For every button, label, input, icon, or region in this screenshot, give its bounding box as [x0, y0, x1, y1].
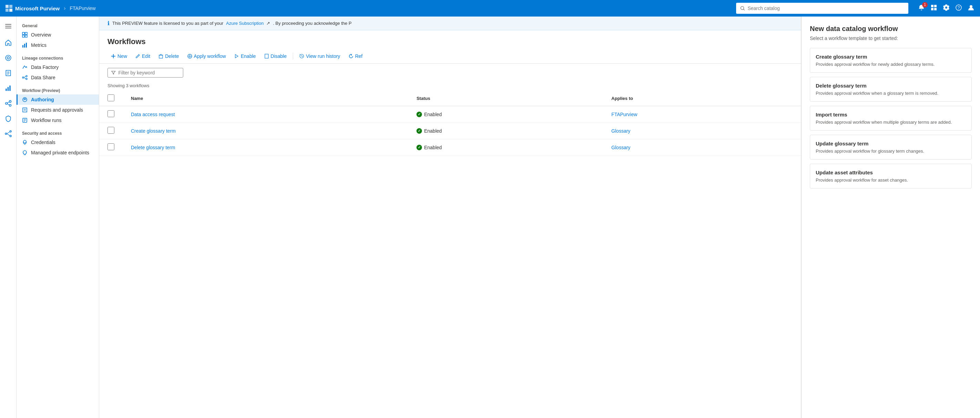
table-header-applies-to: Applies to: [603, 91, 801, 106]
workflow-link-2[interactable]: Delete glossary term: [131, 145, 175, 150]
svg-rect-39: [24, 44, 25, 48]
preview-banner: ℹ This PREVIEW feature is licensed to yo…: [99, 16, 801, 30]
workflow-link-1[interactable]: Create glossary term: [131, 128, 176, 134]
brand: Microsoft Purview: [5, 5, 60, 12]
layout-icon[interactable]: [931, 4, 937, 13]
svg-line-32: [6, 132, 10, 134]
template-card-3[interactable]: Update glossary term Provides approval w…: [810, 135, 972, 160]
row-status-cell: Enabled: [408, 123, 603, 139]
row-checkbox-cell: [99, 106, 123, 123]
applies-link-2[interactable]: Glossary: [611, 145, 630, 150]
delete-button[interactable]: Delete: [155, 52, 182, 61]
workflow-link-0[interactable]: Data access request: [131, 112, 175, 117]
svg-point-12: [970, 5, 972, 8]
template-card-2[interactable]: Import terms Provides approval workflow …: [810, 106, 972, 131]
notification-badge: 1: [922, 2, 928, 8]
row-status-cell: Enabled: [408, 139, 603, 156]
nav-separator: ›: [64, 5, 65, 11]
row-checkbox-cell: [99, 139, 123, 156]
svg-marker-63: [235, 54, 238, 58]
svg-point-26: [9, 104, 11, 107]
sidebar-item-managed-private[interactable]: Managed private endpoints: [16, 147, 99, 158]
filter-icon: [111, 70, 116, 75]
row-checkbox-2[interactable]: [107, 144, 115, 150]
svg-point-42: [26, 75, 27, 77]
expand-collapse-button[interactable]: [2, 19, 15, 33]
enable-button[interactable]: Enable: [231, 52, 259, 61]
template-desc-1: Provides approval workflow when a glossa…: [816, 91, 966, 96]
template-card-1[interactable]: Delete glossary term Provides approval w…: [810, 77, 972, 102]
sidebar-item-data-factory[interactable]: Data Factory: [16, 62, 99, 72]
view-history-button[interactable]: View run history: [296, 52, 344, 61]
account-icon[interactable]: [967, 4, 975, 13]
row-checkbox-cell: [99, 123, 123, 139]
applies-link-0[interactable]: FTAPurview: [611, 112, 637, 117]
glossary-sidebar-icon[interactable]: [2, 66, 15, 80]
edit-icon: [135, 54, 140, 59]
settings-icon[interactable]: [943, 4, 950, 13]
svg-line-28: [7, 104, 9, 105]
disable-button[interactable]: Disable: [261, 52, 290, 61]
svg-rect-64: [265, 54, 268, 58]
svg-point-30: [10, 131, 11, 132]
svg-rect-40: [26, 43, 27, 48]
apply-workflow-button[interactable]: Apply workflow: [184, 52, 229, 61]
sidebar-item-data-share[interactable]: Data Share: [16, 72, 99, 83]
template-desc-0: Provides approval workflow for newly add…: [816, 62, 966, 67]
authoring-icon: [22, 97, 27, 102]
svg-text:?: ?: [958, 5, 960, 10]
page-title: Workflows: [107, 37, 792, 46]
svg-rect-7: [934, 5, 937, 7]
new-button[interactable]: New: [107, 52, 130, 61]
sidebar-item-authoring[interactable]: Authoring: [16, 94, 99, 105]
applies-link-1[interactable]: Glossary: [611, 128, 630, 134]
row-checkbox-1[interactable]: [107, 127, 115, 134]
insights-sidebar-icon[interactable]: [2, 81, 15, 95]
filter-input-container[interactable]: [107, 68, 183, 78]
svg-rect-0: [5, 5, 9, 8]
workflow-sidebar-icon[interactable]: [2, 127, 15, 140]
template-card-0[interactable]: Create glossary term Provides approval w…: [810, 48, 972, 73]
sidebar-item-credentials[interactable]: Credentials: [16, 137, 99, 147]
row-checkbox-0[interactable]: [107, 110, 115, 117]
azure-subscription-link[interactable]: Azure Subscription: [226, 21, 264, 26]
home-sidebar-icon[interactable]: [2, 36, 15, 49]
notifications-icon[interactable]: 1: [918, 4, 925, 13]
delete-icon: [159, 54, 163, 59]
managed-private-icon: [22, 150, 27, 155]
template-desc-3: Provides approval workflow for glossary …: [816, 148, 966, 154]
workflows-table: Name Status Applies to Data access reque…: [99, 91, 801, 156]
svg-rect-8: [931, 8, 934, 10]
svg-rect-14: [5, 26, 11, 27]
datamap-sidebar-icon[interactable]: [2, 96, 15, 110]
help-icon[interactable]: ?: [955, 4, 962, 13]
sidebar-item-workflow-runs[interactable]: Workflow runs: [16, 115, 99, 125]
svg-point-4: [741, 6, 744, 10]
sidebar-item-requests[interactable]: Requests and approvals: [16, 105, 99, 115]
select-all-checkbox[interactable]: [107, 94, 115, 101]
edit-button[interactable]: Edit: [132, 52, 154, 61]
refresh-button[interactable]: Ref: [345, 52, 366, 61]
svg-rect-38: [22, 45, 24, 48]
sidebar-item-overview[interactable]: Overview: [16, 30, 99, 40]
svg-rect-23: [9, 85, 10, 91]
svg-rect-37: [25, 35, 27, 37]
search-input[interactable]: [748, 5, 904, 11]
page-header: Workflows: [99, 30, 801, 49]
table-header-name: Name: [123, 91, 408, 106]
search-bar[interactable]: [736, 3, 908, 14]
template-name-1: Delete glossary term: [816, 83, 966, 89]
table-meta: Showing 3 workflows: [99, 82, 801, 91]
table-row: Delete glossary term Enabled Glossary: [99, 139, 801, 156]
app-container: General Overview Metrics Lineage connect…: [0, 16, 980, 418]
managed-private-label: Managed private endpoints: [31, 150, 89, 155]
catalog-sidebar-icon[interactable]: [2, 51, 15, 65]
brand-name: Microsoft Purview: [15, 5, 60, 11]
filter-input[interactable]: [118, 70, 180, 75]
sidebar-item-metrics[interactable]: Metrics: [16, 40, 99, 50]
banner-text-after: . By proceeding you acknowledge the P: [273, 21, 352, 26]
template-card-4[interactable]: Update asset attributes Provides approva…: [810, 164, 972, 188]
purview-logo-icon: [5, 5, 13, 12]
policy-sidebar-icon[interactable]: [2, 112, 15, 125]
search-icon: [740, 6, 745, 11]
